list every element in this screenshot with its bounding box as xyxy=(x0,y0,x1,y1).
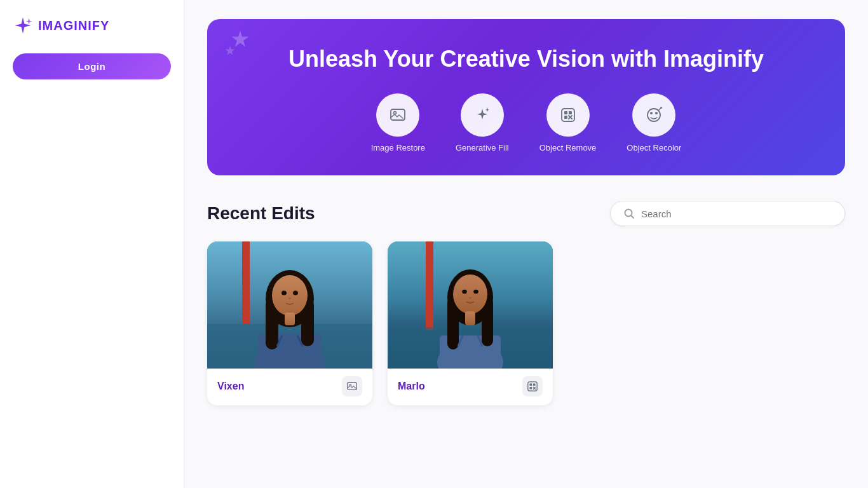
card-type-icon-vixen xyxy=(342,376,362,396)
generative-fill-icon-circle xyxy=(461,93,504,137)
svg-point-1 xyxy=(394,112,397,114)
feature-object-recolor-label: Object Recolor xyxy=(627,143,681,152)
recent-edits-header: Recent Edits xyxy=(207,201,845,226)
svg-point-23 xyxy=(272,275,308,316)
edit-card-marlo[interactable]: Marlo xyxy=(388,241,553,405)
object-remove-icon-circle xyxy=(546,93,590,137)
logo-icon xyxy=(13,15,33,36)
sidebar: IMAGINIFY Login xyxy=(0,0,184,488)
logo-text: IMAGINIFY xyxy=(38,18,109,33)
svg-rect-45 xyxy=(528,382,537,391)
object-recolor-icon xyxy=(644,105,663,125)
svg-rect-2 xyxy=(562,109,574,121)
generative-fill-icon xyxy=(473,105,492,125)
svg-rect-5 xyxy=(564,116,567,119)
card-info-marlo: Marlo xyxy=(388,369,553,396)
card-name-vixen: Vixen xyxy=(217,381,244,392)
cards-grid: Vixen xyxy=(207,241,845,405)
svg-line-11 xyxy=(658,108,661,111)
feature-generative-fill-label: Generative Fill xyxy=(456,143,509,152)
svg-rect-32 xyxy=(426,241,433,330)
object-remove-icon xyxy=(559,105,578,125)
card-name-marlo: Marlo xyxy=(398,381,425,392)
edit-card-vixen[interactable]: Vixen xyxy=(207,241,372,405)
recent-edits-title: Recent Edits xyxy=(207,203,315,224)
hero-features: Image Restore Generative Fill xyxy=(239,93,813,152)
hero-banner: Unleash Your Creative Vision with Imagin… xyxy=(207,19,845,175)
svg-rect-42 xyxy=(465,311,475,325)
svg-point-40 xyxy=(462,290,467,294)
svg-rect-29 xyxy=(348,383,356,390)
svg-rect-16 xyxy=(242,241,250,324)
svg-rect-46 xyxy=(530,384,532,386)
svg-point-9 xyxy=(650,112,653,114)
svg-rect-26 xyxy=(285,313,295,325)
feature-image-restore-label: Image Restore xyxy=(371,143,425,152)
card-image-vixen xyxy=(207,241,372,369)
card-info-vixen: Vixen xyxy=(207,369,372,396)
image-restore-icon xyxy=(388,105,407,125)
search-icon xyxy=(623,208,635,219)
svg-rect-3 xyxy=(564,111,567,114)
card-image-vixen-placeholder xyxy=(207,241,372,369)
recent-edits-section: Recent Edits xyxy=(207,201,845,405)
svg-rect-4 xyxy=(569,111,572,114)
card-image-marlo xyxy=(388,241,553,369)
feature-object-remove-label: Object Remove xyxy=(539,143,597,152)
svg-point-25 xyxy=(293,291,298,295)
svg-point-24 xyxy=(281,291,287,295)
feature-object-remove[interactable]: Object Remove xyxy=(539,93,597,152)
logo-area: IMAGINIFY xyxy=(13,15,109,36)
image-restore-icon-circle xyxy=(376,93,419,137)
main-content: Unleash Your Creative Vision with Imagin… xyxy=(184,0,868,488)
svg-point-13 xyxy=(625,210,632,217)
login-button[interactable]: Login xyxy=(13,53,171,79)
hero-title: Unleash Your Creative Vision with Imagin… xyxy=(239,44,813,73)
svg-point-12 xyxy=(660,107,662,109)
svg-rect-47 xyxy=(533,384,536,386)
card-image-marlo-placeholder xyxy=(388,241,553,369)
feature-generative-fill[interactable]: Generative Fill xyxy=(456,93,509,152)
svg-point-10 xyxy=(655,112,658,114)
svg-point-39 xyxy=(453,274,487,314)
card-type-icon-marlo xyxy=(522,376,543,396)
svg-rect-48 xyxy=(530,387,532,390)
search-box xyxy=(610,201,845,226)
feature-image-restore[interactable]: Image Restore xyxy=(371,93,425,152)
search-input[interactable] xyxy=(641,208,832,219)
feature-object-recolor[interactable]: Object Recolor xyxy=(627,93,681,152)
svg-point-41 xyxy=(473,290,478,294)
svg-line-14 xyxy=(632,216,634,219)
object-recolor-icon-circle xyxy=(632,93,675,137)
